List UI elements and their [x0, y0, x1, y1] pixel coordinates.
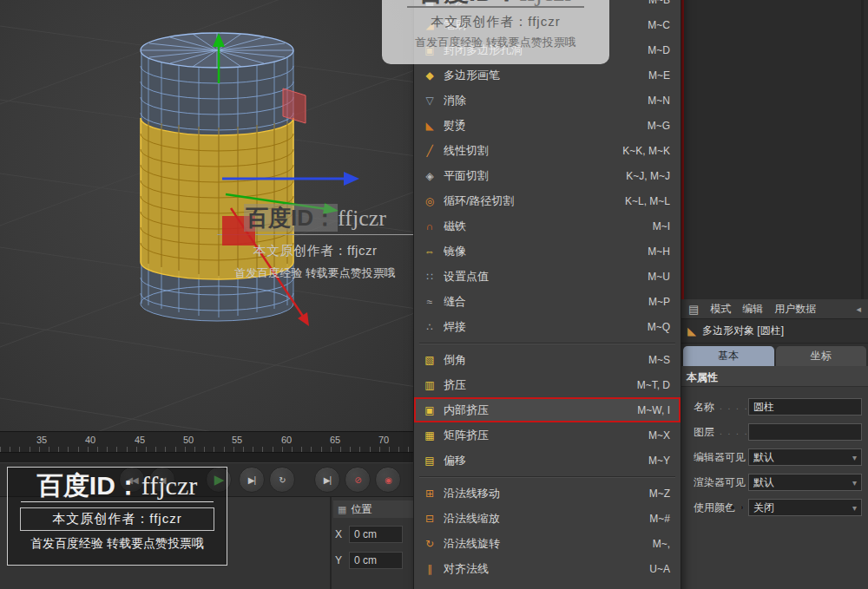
autokey-button[interactable]: ◉ — [375, 467, 401, 493]
panel-menu-icon[interactable]: ▤ — [688, 303, 699, 316]
menu-label: 倒角 — [444, 352, 641, 368]
name-input[interactable] — [748, 398, 862, 416]
goto-end-button[interactable]: ▶| — [314, 467, 340, 493]
x-axis-arrow[interactable] — [298, 312, 309, 326]
stitch-icon: ≈ — [421, 296, 438, 308]
timeline-scrollbar[interactable] — [0, 452, 417, 462]
offset-icon: ▤ — [421, 455, 438, 467]
loop-button[interactable]: ↻ — [269, 467, 295, 493]
menu-label: 设置点值 — [444, 269, 641, 285]
menu-item-scale-along-normal[interactable]: ⊟沿法线缩放M~# — [414, 506, 681, 531]
menu-label: 磁铁 — [444, 219, 646, 234]
ruler-tick: 70 — [376, 435, 391, 445]
menu-shortcut: M~T, D — [637, 379, 670, 391]
menu-item-rotate-along-normal[interactable]: ↻沿法线旋转M~, — [414, 531, 681, 556]
timeline-ruler[interactable]: 35 40 45 50 55 60 65 70 — [0, 431, 417, 452]
menu-item-set-point-value[interactable]: ∷设置点值M~U — [414, 264, 681, 289]
menu-separator — [414, 339, 681, 347]
watermark-note-line: 首发百度经验 转载要点赞投票哦 — [8, 536, 227, 552]
next-frame-button[interactable]: ▶| — [239, 467, 265, 493]
attr-row-layer: 图层 . . . . . — [681, 421, 868, 443]
menu-shortcut: M~X — [648, 429, 670, 442]
name-label: 名称 — [694, 400, 714, 415]
menu-item-mirror[interactable]: ⇔镜像M~H — [414, 239, 681, 264]
tab-coordinates[interactable]: 坐标 — [776, 346, 867, 366]
menu-item-extrude[interactable]: ▥挤压M~T, D — [414, 372, 681, 397]
renderer-visibility-dropdown[interactable]: 默认 ▾ — [748, 474, 862, 491]
menu-shortcut: M~C — [648, 19, 670, 31]
attr-row-renderer-visibility: 渲染器可见 默认 ▾ — [681, 471, 868, 494]
menu-shortcut: M~W, I — [637, 404, 670, 416]
attr-row-editor-visibility: 编辑器可见 默认 ▾ — [681, 446, 868, 468]
menu-item-dissolve[interactable]: ▽消除M~N — [414, 88, 681, 113]
position-y-input[interactable] — [349, 552, 403, 569]
editor-visibility-label: 编辑器可见 — [694, 450, 746, 465]
normal-rotate-icon: ↻ — [421, 538, 438, 550]
polygon-pen-icon: ◆ — [421, 69, 438, 82]
menu-label: 熨烫 — [444, 118, 641, 134]
ruler-tick: 45 — [132, 435, 148, 445]
menu-label: 沿法线缩放 — [444, 511, 642, 527]
tab-mode[interactable]: 模式 — [710, 302, 731, 317]
menu-item-align-normals[interactable]: ∥对齐法线U~A — [414, 556, 681, 581]
tab-basic[interactable]: 基本 — [683, 346, 774, 366]
menu-shortcut: K~K, M~K — [622, 145, 670, 157]
menu-item-plane-cut[interactable]: ◈平面切割K~J, M~J — [414, 163, 681, 188]
mirror-icon: ⇔ — [421, 245, 438, 258]
menu-label: 沿法线移动 — [444, 486, 642, 501]
menu-item-polygon-pen[interactable]: ◆多边形画笔M~E — [414, 62, 681, 88]
position-header: ▦ 位置 — [333, 501, 413, 518]
menu-shortcut: K~L, M~L — [625, 195, 670, 207]
menu-shortcut: M~G — [648, 120, 670, 132]
polygon-object-icon: ◣ — [687, 324, 696, 337]
watermark-id-value: ffjczr — [519, 0, 573, 6]
renderer-visibility-label: 渲染器可见 — [694, 475, 746, 490]
menu-label: 矩阵挤压 — [444, 428, 641, 443]
panel-scrollbar[interactable] — [861, 0, 864, 299]
menu-item-offset[interactable]: ▤偏移M~Y — [414, 448, 681, 473]
tab-user-data[interactable]: 用户数据 — [774, 302, 816, 317]
attributes-body: 本属性 名称 . . . . . 图层 . . . . . 编辑器可见 默认 ▾… — [681, 366, 868, 589]
x-axis-label: X — [335, 528, 344, 540]
use-color-dropdown[interactable]: 关闭 ▾ — [748, 499, 862, 516]
menu-item-weld[interactable]: ∴焊接M~Q — [414, 314, 681, 339]
menu-label: 对齐法线 — [444, 561, 642, 577]
menu-shortcut: M~D — [648, 44, 670, 56]
sphere-icon: ● — [730, 502, 735, 512]
menu-shortcut: M~B — [648, 0, 670, 6]
menu-item-move-along-normal[interactable]: ⊞沿法线移动M~Z — [414, 481, 681, 506]
record-button[interactable]: ⊘ — [345, 467, 371, 493]
position-x-input[interactable] — [349, 526, 403, 543]
watermark-note-line: 首发百度经验 转载要点赞投票哦 — [217, 265, 413, 281]
coord-row-x: X — [335, 525, 403, 544]
object-label: 多边形对象 [圆柱] — [702, 324, 784, 338]
menu-item-iron[interactable]: ◣熨烫M~G — [414, 113, 681, 138]
normal-move-icon: ⊞ — [421, 488, 438, 500]
z-axis-arrow[interactable] — [344, 172, 359, 186]
layer-input[interactable] — [748, 423, 862, 441]
menu-item-line-cut[interactable]: ╱线性切割K~K, M~K — [414, 138, 681, 163]
ruler-tick: 35 — [34, 435, 49, 445]
bevel-icon: ▧ — [421, 354, 438, 366]
menu-item-magnet[interactable]: ∩磁铁M~I — [414, 213, 681, 239]
menu-item-loop-path-cut[interactable]: ◎循环/路径切割K~L, M~L — [414, 188, 681, 213]
menu-label: 缝合 — [444, 294, 641, 310]
attribute-mode-bar: ▤ 模式 编辑 用户数据 ◂ — [681, 299, 868, 319]
dropdown-arrow-icon: ▾ — [852, 453, 857, 462]
editor-visibility-dropdown[interactable]: 默认 ▾ — [748, 448, 862, 466]
panel-divider[interactable] — [330, 497, 332, 589]
menu-item-stitch[interactable]: ≈缝合M~P — [414, 289, 681, 314]
menu-item-matrix-extrude[interactable]: ▦矩阵挤压M~X — [414, 422, 681, 448]
sphere-half-icon: ◑ — [739, 502, 744, 512]
menu-item-bevel[interactable]: ▧倒角M~S — [414, 347, 681, 372]
ruler-tick: 65 — [327, 435, 343, 445]
watermark-note-line: 首发百度经验 转载要点赞投票哦 — [382, 35, 609, 50]
panel-collapse-icon[interactable]: ◂ — [856, 304, 861, 315]
extrude-icon: ▥ — [421, 379, 438, 391]
menu-item-inner-extrude[interactable]: ▣内部挤压M~W, I — [414, 397, 681, 422]
weld-icon: ∴ — [421, 321, 438, 333]
menu-shortcut: M~Q — [648, 321, 670, 333]
tab-edit[interactable]: 编辑 — [742, 302, 763, 317]
plane-cut-icon: ◈ — [421, 170, 438, 182]
watermark-id-label: 百度ID： — [418, 0, 519, 6]
